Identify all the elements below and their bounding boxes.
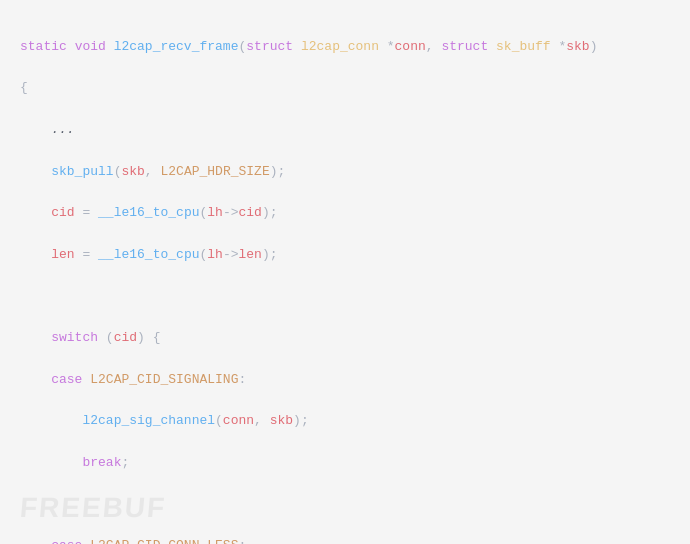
code-line-11: break; <box>20 453 670 474</box>
code-line-10: l2cap_sig_channel(conn, skb); <box>20 411 670 432</box>
code-line-4: skb_pull(skb, L2CAP_HDR_SIZE); <box>20 162 670 183</box>
code-line-3: ... <box>20 120 670 141</box>
code-line-7 <box>20 286 670 307</box>
code-block: static void l2cap_recv_frame(struct l2ca… <box>0 0 690 544</box>
code-line-9: case L2CAP_CID_SIGNALING: <box>20 370 670 391</box>
code-line-8: switch (cid) { <box>20 328 670 349</box>
code-line-2: { <box>20 78 670 99</box>
code-line-1: static void l2cap_recv_frame(struct l2ca… <box>20 37 670 58</box>
code-line-13: case L2CAP_CID_CONN_LESS: <box>20 536 670 544</box>
code-line-12 <box>20 494 670 515</box>
code-line-6: len = __le16_to_cpu(lh->len); <box>20 245 670 266</box>
code-line-5: cid = __le16_to_cpu(lh->cid); <box>20 203 670 224</box>
